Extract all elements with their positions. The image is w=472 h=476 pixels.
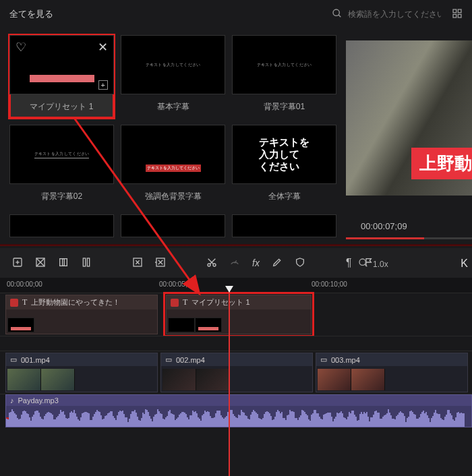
waveform <box>6 408 471 427</box>
preset-card-basic[interactable]: テキストを入力してください 基本字幕 <box>121 35 225 118</box>
preset-label: 背景字幕01 <box>232 94 336 118</box>
clip-title: 002.mp4 <box>176 356 205 364</box>
video-clip-3[interactable]: ▭ 003.mp4 <box>316 353 468 392</box>
preset-card-bg02[interactable]: テキストを入力してください 背景字幕02 <box>9 125 114 208</box>
speed-icon[interactable] <box>229 257 240 270</box>
preset-label: 基本字幕 <box>121 94 225 118</box>
duplicate-icon[interactable] <box>58 257 69 270</box>
clip-title: マイプリセット 1 <box>191 297 249 307</box>
svg-rect-5 <box>458 14 461 18</box>
preset-card-extra[interactable] <box>232 214 336 237</box>
pattern-icon[interactable] <box>35 257 46 270</box>
svg-rect-4 <box>453 14 456 18</box>
timeline-toolbar: fx ¶ <box>0 248 472 278</box>
preset-thumb-text: テキストを 入力して ください <box>259 136 309 173</box>
preset-label: マイプリセット 1 <box>9 94 114 118</box>
clip-title: 上野動物園にやってきた！ <box>31 297 120 307</box>
cut-icon[interactable] <box>206 257 217 270</box>
search-wrap <box>332 8 442 21</box>
text-type-icon: T <box>22 297 27 307</box>
edit-clip-icon[interactable] <box>171 299 179 307</box>
delete-icon[interactable] <box>132 257 143 270</box>
grid-view-icon[interactable] <box>452 8 463 21</box>
clip-thumb <box>168 318 195 332</box>
svg-rect-2 <box>453 9 456 13</box>
text-track[interactable]: T 上野動物園にやってきた！ T マイプリセット 1 <box>0 293 472 336</box>
preset-card-accent[interactable]: テキストを入力してください 強調色背景字幕 <box>121 125 225 208</box>
clip-title: 001.mp4 <box>21 356 50 364</box>
video-icon: ▭ <box>320 355 327 364</box>
playhead[interactable] <box>229 286 230 476</box>
preview-caption: 上野動 <box>411 148 472 179</box>
text-clip-2[interactable]: T マイプリセット 1 <box>166 295 312 334</box>
svg-line-7 <box>365 264 367 266</box>
clip-title: Payday.mp3 <box>18 396 59 405</box>
empty-track[interactable] <box>0 336 472 351</box>
preview-seekbar[interactable] <box>346 237 472 239</box>
zoom-icon[interactable] <box>358 258 369 270</box>
preset-card-extra[interactable] <box>9 214 114 237</box>
clip-title: 003.mp4 <box>331 356 360 364</box>
favorite-icon[interactable]: ♡ <box>16 40 26 55</box>
shield-icon[interactable] <box>295 257 305 270</box>
preset-card-extra[interactable] <box>121 214 225 237</box>
video-clip-2[interactable]: ▭ 002.mp4 <box>160 353 313 392</box>
zoom-value: 1.0x <box>373 260 388 269</box>
k-label: K <box>461 258 468 270</box>
edit-clip-icon[interactable] <box>10 299 18 307</box>
svg-rect-17 <box>87 258 89 266</box>
preset-card-mypreset1[interactable]: ♡ ✕ + マイプリセット 1 <box>9 35 114 118</box>
close-icon[interactable]: ✕ <box>98 40 108 55</box>
svg-line-1 <box>338 15 341 17</box>
presets-panel: ♡ ✕ + マイプリセット 1 テキストを入力してください 基本字幕 テキストを… <box>0 28 346 240</box>
svg-rect-3 <box>458 9 461 13</box>
search-input[interactable] <box>348 9 442 19</box>
audio-track[interactable]: ♪ Payday.mp3 fx <box>0 394 472 427</box>
svg-point-6 <box>359 259 365 265</box>
clip-thumb <box>7 318 34 332</box>
svg-point-0 <box>333 9 339 16</box>
preset-thumb-text: テキストを入力してください <box>257 62 312 68</box>
ruler-tc: 00:00:00;00 <box>7 280 42 288</box>
text-type-icon: T <box>183 297 187 307</box>
video-icon: ▭ <box>10 355 17 364</box>
ruler-tc: 00:00:05;00 <box>159 280 195 288</box>
marker-icon[interactable]: ¶ <box>346 257 352 269</box>
preset-thumb-text: テキストを入力してください <box>146 62 201 68</box>
view-all-link[interactable]: 全てを見る <box>9 8 53 20</box>
add-media-icon[interactable] <box>12 257 23 270</box>
preset-card-full[interactable]: テキストを 入力して ください 全体字幕 <box>232 125 336 208</box>
preview-panel: 上野動 00:00:07;09 1.0x K <box>346 28 472 240</box>
search-icon <box>332 8 343 21</box>
ripple-delete-icon[interactable] <box>155 257 166 270</box>
video-track[interactable]: ▭ 001.mp4 ▭ 002.mp4 ▭ 003.mp4 <box>0 351 472 394</box>
svg-rect-16 <box>83 258 85 266</box>
video-clip-1[interactable]: ▭ 001.mp4 <box>5 353 158 392</box>
preset-thumb-text: テキストを入力してください <box>146 165 201 172</box>
preview-viewport[interactable]: 上野動 <box>346 40 472 196</box>
preset-label: 背景字幕02 <box>9 184 114 208</box>
audio-clip[interactable]: ♪ Payday.mp3 fx <box>5 394 472 427</box>
preset-card-bg01[interactable]: テキストを入力してください 背景字幕01 <box>232 35 336 118</box>
preset-thumb-text: テキストを入力してください <box>34 151 90 158</box>
preset-thumb-graphic <box>30 75 94 82</box>
music-icon: ♪ <box>10 396 14 405</box>
preset-label: 全体字幕 <box>232 184 336 208</box>
timeline-ruler[interactable]: 00:00:00;00 00:00:05;00 00:00:10;00 <box>0 278 472 293</box>
preset-label: 強調色背景字幕 <box>121 184 225 208</box>
edit-icon[interactable] <box>272 257 283 270</box>
preview-timecode: 00:00:07;09 <box>361 221 407 231</box>
fx-icon[interactable]: fx <box>252 258 260 268</box>
video-icon: ▭ <box>165 355 172 364</box>
clip-thumb <box>195 318 222 332</box>
text-clip-1[interactable]: T 上野動物園にやってきた！ <box>5 295 158 334</box>
library-icon[interactable] <box>81 257 92 270</box>
ruler-tc: 00:00:10;00 <box>312 280 347 288</box>
add-icon[interactable]: + <box>98 80 108 90</box>
